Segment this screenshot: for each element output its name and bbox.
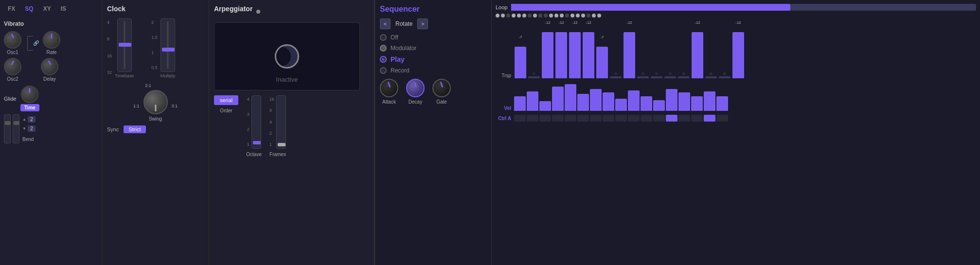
mode-record[interactable]: Record — [380, 67, 486, 74]
tab-fx[interactable]: FX — [4, 4, 19, 14]
ctrl-cell-15[interactable] — [704, 115, 715, 122]
frames-slider[interactable] — [276, 95, 286, 149]
trsp-col-6[interactable]: -7 — [596, 35, 608, 78]
vel-bar-15[interactable] — [704, 91, 715, 111]
vel-bar-10[interactable] — [641, 96, 652, 111]
trsp-bar-0[interactable] — [515, 47, 526, 78]
vel-bar-9[interactable] — [628, 90, 640, 111]
trsp-bar-8[interactable] — [624, 32, 635, 78]
ctrl-cell-12[interactable] — [666, 115, 677, 122]
trsp-bar-5[interactable] — [583, 32, 594, 78]
trsp-bar-10[interactable] — [651, 76, 662, 78]
vel-bar-8[interactable] — [615, 99, 627, 111]
ctrl-cell-3[interactable] — [552, 115, 564, 122]
vel-bar-13[interactable] — [678, 92, 690, 111]
ctrl-cell-4[interactable] — [565, 115, 576, 122]
bend-up-btn[interactable]: ▲ 2 — [22, 116, 36, 123]
vel-bars — [514, 84, 728, 111]
vel-bar-16[interactable] — [716, 96, 728, 111]
ctrl-cell-2[interactable] — [539, 115, 551, 122]
trsp-bar-16[interactable] — [732, 32, 744, 78]
ctrl-cell-1[interactable] — [527, 115, 538, 122]
tab-xy[interactable]: XY — [39, 4, 55, 14]
osc1-knob[interactable] — [4, 31, 21, 49]
trsp-bar-12[interactable] — [678, 76, 690, 78]
trsp-bar-6[interactable] — [596, 47, 608, 78]
rotate-right-btn[interactable]: > — [417, 18, 428, 29]
timebase-slider[interactable] — [117, 18, 132, 72]
bend-down-btn[interactable]: ▼ 2 — [22, 125, 36, 132]
glide-knob[interactable] — [21, 86, 38, 103]
mode-modulator[interactable]: Modulator — [380, 45, 486, 52]
trsp-col-7[interactable]: 0 — [609, 65, 622, 78]
loop-slider[interactable] — [511, 4, 976, 11]
ctrl-cell-13[interactable] — [678, 115, 690, 122]
ctrl-cell-5[interactable] — [577, 115, 589, 122]
ctrl-cell-10[interactable] — [641, 115, 652, 122]
trsp-col-14[interactable]: 0 — [705, 65, 717, 78]
vel-bar-4[interactable] — [565, 84, 576, 111]
trsp-col-16[interactable]: -12 — [732, 20, 745, 78]
vel-bar-11[interactable] — [653, 100, 665, 111]
trsp-col-8[interactable]: -12 — [623, 20, 636, 78]
mode-play[interactable]: Play — [380, 55, 486, 63]
trsp-col-15[interactable]: 0 — [718, 65, 731, 78]
trsp-bar-7[interactable] — [610, 76, 622, 78]
time-badge[interactable]: Time — [20, 104, 39, 111]
order-button[interactable]: serial — [214, 95, 238, 105]
vel-bar-12[interactable] — [666, 89, 677, 111]
octave-slider[interactable] — [251, 95, 261, 149]
vel-bar-6[interactable] — [590, 89, 602, 111]
mode-off[interactable]: Off — [380, 34, 486, 41]
ctrl-cell-16[interactable] — [716, 115, 728, 122]
trsp-bar-1[interactable] — [528, 76, 540, 78]
strict-badge[interactable]: Strict — [124, 125, 145, 133]
multiply-slider[interactable] — [160, 18, 175, 72]
ctrl-cell-0[interactable] — [514, 115, 526, 122]
vel-bar-3[interactable] — [552, 87, 564, 111]
ctrl-cell-6[interactable] — [590, 115, 602, 122]
vel-bar-2[interactable] — [539, 101, 551, 111]
bend-fader-right[interactable] — [13, 114, 19, 143]
vel-bar-0[interactable] — [514, 96, 526, 111]
vel-bar-5[interactable] — [577, 94, 589, 111]
ctrl-cell-11[interactable] — [653, 115, 665, 122]
trsp-col-5[interactable]: -12 — [582, 20, 595, 78]
swing-knob[interactable] — [143, 90, 168, 114]
rate-knob[interactable] — [43, 31, 60, 49]
trsp-bar-9[interactable] — [637, 76, 649, 78]
rotate-left-btn[interactable]: < — [380, 18, 391, 29]
trsp-col-4[interactable]: -12 — [569, 20, 581, 78]
trsp-col-1[interactable]: 0 — [528, 65, 540, 78]
delay-knob[interactable] — [41, 58, 58, 75]
trsp-bar-15[interactable] — [719, 76, 731, 78]
ctrl-cell-7[interactable] — [603, 115, 614, 122]
tab-is[interactable]: IS — [57, 4, 70, 14]
trsp-col-11[interactable]: 0 — [664, 65, 677, 78]
trsp-col-2[interactable]: -12 — [541, 20, 554, 78]
trsp-col-10[interactable]: 0 — [650, 65, 663, 78]
trsp-col-13[interactable]: -12 — [691, 20, 704, 78]
trsp-bar-2[interactable] — [542, 32, 553, 78]
trsp-bar-14[interactable] — [705, 76, 717, 78]
ctrl-cell-9[interactable] — [628, 115, 640, 122]
vel-bar-1[interactable] — [527, 91, 538, 111]
trsp-col-0[interactable]: -7 — [514, 35, 527, 78]
trsp-col-12[interactable]: 0 — [677, 65, 690, 78]
trsp-col-3[interactable]: -12 — [555, 20, 568, 78]
ctrl-cell-14[interactable] — [691, 115, 703, 122]
vel-bar-7[interactable] — [603, 92, 614, 111]
trsp-bar-13[interactable] — [692, 32, 703, 78]
osc2-knob[interactable] — [4, 58, 21, 75]
tab-sq[interactable]: SQ — [21, 4, 37, 14]
vel-bar-14[interactable] — [691, 96, 703, 111]
trsp-bar-11[interactable] — [664, 76, 676, 78]
ctrl-cell-8[interactable] — [615, 115, 627, 122]
attack-knob[interactable] — [380, 79, 398, 97]
trsp-bar-4[interactable] — [569, 32, 581, 78]
bend-fader-left[interactable] — [4, 114, 11, 143]
decay-knob[interactable] — [406, 79, 425, 97]
gate-knob[interactable] — [432, 79, 451, 97]
trsp-col-9[interactable]: 0 — [637, 65, 649, 78]
trsp-bar-3[interactable] — [555, 32, 567, 78]
